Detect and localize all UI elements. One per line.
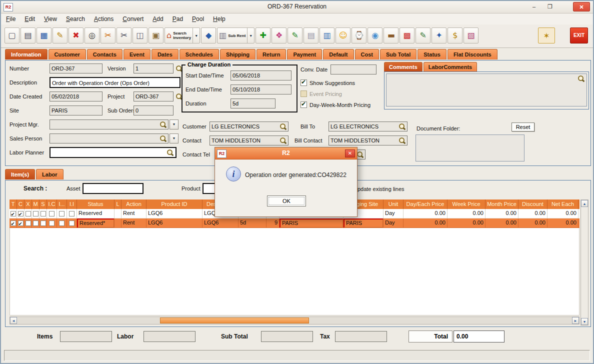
column-header-i[interactable]: I... <box>57 200 67 209</box>
menu-edit[interactable]: Edit <box>24 16 35 22</box>
row-checkbox-cell[interactable] <box>10 218 17 228</box>
row-checkbox-cell[interactable] <box>17 218 24 228</box>
row-checkbox-cell[interactable] <box>17 209 24 218</box>
paste-button[interactable]: ▣ <box>148 28 164 44</box>
cell-site[interactable]: PARIS <box>280 218 344 228</box>
number-field[interactable]: ORD-367 <box>50 64 102 74</box>
row-checkbox-cell[interactable] <box>57 218 67 228</box>
row-checkbox[interactable] <box>33 211 38 216</box>
row-checkbox-cell[interactable] <box>32 209 40 218</box>
cell-month-price[interactable]: 0.00 <box>486 218 518 228</box>
labor-planner-lookup-icon[interactable] <box>166 149 174 156</box>
cell-action[interactable]: Rent <box>122 209 146 218</box>
column-header-net-each[interactable]: Net Each <box>548 200 578 209</box>
tab-items[interactable]: Item(s) <box>5 169 35 180</box>
row-checkbox[interactable] <box>26 220 31 226</box>
row-checkbox-cell[interactable] <box>40 209 47 218</box>
contact-lookup-icon[interactable] <box>280 137 286 144</box>
project-mgr-dropdown[interactable]: ▼ <box>170 120 178 130</box>
bill-to-field[interactable]: LG ELECTRONICS <box>328 122 408 132</box>
find-binoculars-button[interactable]: ◎ <box>84 28 100 44</box>
cell-description[interactable]: LGQ6 <box>202 218 238 228</box>
customer-field[interactable]: LG ELECTRONICS <box>210 122 288 132</box>
conv-date-field[interactable] <box>330 64 376 74</box>
row-checkbox[interactable] <box>69 220 74 226</box>
edit-pencil-button[interactable]: ✎ <box>52 28 68 44</box>
tab-labor-comments[interactable]: LaborComments <box>424 62 477 72</box>
menu-convert[interactable]: Convert <box>122 16 144 22</box>
search-inventory-dropdown-icon[interactable]: ▼ <box>192 28 198 43</box>
cell-qty[interactable]: 9 <box>266 218 280 228</box>
minimize-button[interactable]: – <box>527 2 541 12</box>
tab-schedules[interactable]: Schedules <box>180 49 219 60</box>
row-checkbox-cell[interactable] <box>24 209 32 218</box>
tab-information[interactable]: Information <box>5 49 48 60</box>
pour-button[interactable]: ◆ <box>201 28 216 44</box>
row-checkbox-cell[interactable] <box>57 209 67 218</box>
tab-dates[interactable]: Dates <box>152 49 178 60</box>
column-header-i-c[interactable]: I.C <box>47 200 57 209</box>
cell-status[interactable]: Reserved <box>77 209 114 218</box>
table-vertical-scrollbar[interactable]: ▲ ▼ <box>580 200 588 326</box>
column-header-x[interactable]: X <box>24 200 32 209</box>
row-checkbox[interactable] <box>10 211 16 216</box>
tab-status[interactable]: Status <box>418 49 446 60</box>
tab-cost[interactable]: Cost <box>355 49 379 60</box>
row-checkbox-cell[interactable] <box>32 218 40 228</box>
row-checkbox[interactable] <box>59 211 64 216</box>
cell-staging-site[interactable]: PARIS <box>344 218 384 228</box>
version-field[interactable]: 1 <box>134 64 174 74</box>
menu-help[interactable]: Help <box>213 16 226 22</box>
tab-contacts[interactable]: Contacts <box>87 49 122 60</box>
start-date-field[interactable]: 05/06/2018 <box>230 70 292 80</box>
horizontal-scroll-thumb[interactable] <box>160 318 309 324</box>
tab-sub-total[interactable]: Sub Total <box>380 49 416 60</box>
cell-week-price[interactable]: 0.00 <box>448 218 486 228</box>
key-button[interactable]: ✦ <box>432 28 446 44</box>
customer-lookup-icon[interactable] <box>280 123 286 130</box>
table-horizontal-scrollbar[interactable]: ◄ ► <box>10 316 580 324</box>
disc-button[interactable]: ◉ <box>368 28 382 44</box>
column-header-t[interactable]: T <box>10 200 17 209</box>
column-header-month-price[interactable]: Month Price <box>486 200 518 209</box>
menu-pad[interactable]: Pad <box>172 16 183 22</box>
contact-tel-lookup-icon[interactable] <box>356 151 364 158</box>
wand-button[interactable]: ✶ <box>538 28 555 44</box>
reset-button[interactable]: Reset <box>512 122 534 132</box>
end-date-field[interactable]: 05/10/2018 <box>230 84 292 94</box>
tab-default[interactable]: Default <box>323 49 354 60</box>
table-row[interactable]: Reserved*RentLGQ6LGQ65d9PARISPARISDay0.0… <box>10 218 580 228</box>
tab-payment[interactable]: Payment <box>287 49 322 60</box>
row-checkbox[interactable] <box>40 220 46 226</box>
column-header-s[interactable]: S <box>40 200 47 209</box>
menu-add[interactable]: Add <box>152 16 163 22</box>
comments-textarea[interactable] <box>386 74 587 106</box>
row-checkbox[interactable] <box>33 220 38 226</box>
tab-labor[interactable]: Labor <box>36 169 64 180</box>
site-print-button[interactable]: ▥ <box>320 28 334 44</box>
clock-button[interactable]: ⌚ <box>352 28 366 44</box>
scissors-button[interactable]: ✂ <box>116 28 132 44</box>
copy-button[interactable]: ◫ <box>132 28 148 44</box>
cell-l[interactable] <box>114 209 122 218</box>
cell-day-each-price[interactable]: 0.00 <box>404 209 448 218</box>
description-field[interactable]: Order with Operation Order (Ops Order) <box>50 77 180 88</box>
close-button[interactable]: ✕ <box>573 2 590 12</box>
site-field[interactable]: PARIS <box>50 106 102 116</box>
column-header-product-id[interactable]: Product ID <box>146 200 202 209</box>
cell-net-each[interactable]: 0.00 <box>548 218 578 228</box>
cell-week-price[interactable]: 0.00 <box>448 209 486 218</box>
tab-comments[interactable]: Comments <box>384 62 422 72</box>
cubes-button[interactable]: ▩ <box>400 28 414 44</box>
sales-person-field[interactable] <box>50 134 168 144</box>
sub-orders-field[interactable]: 0 <box>134 106 174 116</box>
row-checkbox[interactable] <box>69 211 74 216</box>
column-header-unit[interactable]: Unit <box>384 200 404 209</box>
sales-person-dropdown[interactable]: ▼ <box>170 134 178 144</box>
cell-net-each[interactable]: 0.00 <box>548 209 578 218</box>
cell-product-id[interactable]: LGQ6 <box>146 218 202 228</box>
column-header-l[interactable]: L <box>114 200 122 209</box>
exit-button[interactable]: EXIT <box>570 28 588 44</box>
scroll-down-icon[interactable]: ▼ <box>581 318 588 325</box>
tab-return[interactable]: Return <box>256 49 286 60</box>
